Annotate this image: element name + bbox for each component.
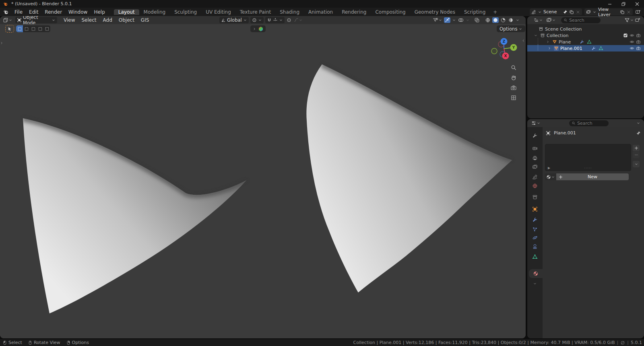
plane-001-label[interactable]: Plane.001 xyxy=(560,46,582,51)
gizmos-toggle[interactable] xyxy=(444,17,450,23)
shading-material-preview-button[interactable] xyxy=(500,17,506,23)
collection-collapse-icon[interactable] xyxy=(534,33,538,37)
restore-button[interactable] xyxy=(617,0,630,8)
plane-001-render-camera-icon[interactable] xyxy=(636,46,641,51)
collapsed-tool-panel[interactable] xyxy=(250,25,266,32)
plane-modifier-wrench-icon[interactable] xyxy=(580,39,584,44)
workspace-tab-scripting[interactable]: Scripting xyxy=(460,9,490,15)
active-tool-select-box-button[interactable] xyxy=(5,25,14,33)
properties-options-chevron-icon[interactable] xyxy=(636,121,641,125)
shading-chevron-icon[interactable] xyxy=(515,18,520,22)
editor-type-3d-viewport-icon[interactable] xyxy=(2,17,13,23)
view-layer-remove-icon[interactable] xyxy=(626,10,631,14)
scene-collection-label[interactable]: Scene Collection xyxy=(545,27,582,32)
shading-rendered-button[interactable] xyxy=(508,17,514,23)
plane-render-camera-icon[interactable] xyxy=(636,39,641,44)
toolbar-expand-arrow[interactable] xyxy=(0,41,4,45)
scene-new-icon[interactable] xyxy=(569,10,574,14)
tab-view-layer[interactable] xyxy=(527,163,543,171)
outliner-row-scene-collection[interactable]: Scene Collection xyxy=(527,26,644,32)
resize-grip[interactable]: ····· xyxy=(584,166,592,170)
viewport-menu-view[interactable]: View xyxy=(60,17,78,23)
shading-solid-button[interactable] xyxy=(492,17,499,23)
workspace-tab-shading[interactable]: Shading xyxy=(275,9,304,15)
outliner-row-collection[interactable]: Collection xyxy=(527,32,644,39)
add-material-slot-button[interactable] xyxy=(633,145,640,151)
pin-id-icon[interactable] xyxy=(636,131,641,136)
editor-type-outliner-icon[interactable] xyxy=(533,17,543,23)
material-slot-list[interactable]: ▶ ····· xyxy=(545,144,631,171)
select-mode-extend-button[interactable] xyxy=(23,25,30,32)
gizmo-negative-y-axis[interactable] xyxy=(491,48,497,54)
zoom-tool-icon[interactable] xyxy=(510,64,517,71)
new-material-button[interactable]: New xyxy=(556,173,629,180)
menu-render[interactable]: Render xyxy=(41,8,65,16)
transform-orientation-dropdown[interactable]: Global xyxy=(219,17,249,23)
camera-view-icon[interactable] xyxy=(510,84,517,91)
viewport-menu-add[interactable]: Add xyxy=(100,17,116,23)
menu-help[interactable]: Help xyxy=(91,8,108,16)
overlays-chevron-icon[interactable] xyxy=(465,18,470,22)
viewport-canvas[interactable]: Options Z Y X xyxy=(0,24,526,338)
properties-search-input[interactable] xyxy=(577,121,601,126)
select-mode-subtract-button[interactable] xyxy=(30,25,37,32)
tab-tool[interactable] xyxy=(527,131,543,140)
properties-tabs-overflow-chevron[interactable] xyxy=(527,279,543,288)
outliner-filter-icon[interactable] xyxy=(624,17,634,23)
viewport-menu-object[interactable]: Object xyxy=(116,17,138,23)
plane-001-expand-icon[interactable] xyxy=(547,46,551,50)
collection-render-camera-icon[interactable] xyxy=(636,33,641,38)
plane-001-mesh-data-icon[interactable] xyxy=(599,46,603,51)
new-view-layer-icon[interactable] xyxy=(635,9,641,15)
scene-browse-chevron-icon[interactable] xyxy=(538,10,542,14)
workspace-tab-layout[interactable]: Layout xyxy=(114,9,139,15)
mode-selector[interactable]: Object Mode xyxy=(15,17,57,23)
tab-scene[interactable] xyxy=(527,173,543,181)
pan-hand-icon[interactable] xyxy=(510,74,517,81)
tab-render[interactable] xyxy=(527,144,543,153)
tab-constraints[interactable] xyxy=(527,242,543,251)
workspace-tab-sculpting[interactable]: Sculpting xyxy=(170,9,201,15)
outliner-row-plane-001-selected[interactable]: Plane.001 xyxy=(527,45,644,51)
gizmos-chevron-icon[interactable] xyxy=(452,18,456,22)
collection-checkbox-icon[interactable] xyxy=(623,33,628,38)
tab-particles[interactable] xyxy=(527,225,543,234)
tab-physics[interactable] xyxy=(527,233,543,242)
outliner-search-input[interactable] xyxy=(569,18,598,23)
slot-list-expand-icon[interactable]: ▶ xyxy=(548,166,550,170)
snap-magnet-icon[interactable] xyxy=(267,18,272,23)
outliner-row-plane[interactable]: Plane xyxy=(527,39,644,45)
shading-wireframe-button[interactable] xyxy=(485,17,491,23)
editor-type-properties-icon[interactable] xyxy=(530,120,541,126)
menu-window[interactable]: Window xyxy=(65,8,91,16)
workspace-tab-rendering[interactable]: Rendering xyxy=(337,9,371,15)
select-mode-set-button[interactable] xyxy=(16,25,23,32)
blender-menu-icon[interactable] xyxy=(3,9,9,15)
navigation-gizmo[interactable]: Z Y X xyxy=(486,35,522,64)
tab-world[interactable] xyxy=(527,181,543,190)
object-visibility-dropdown[interactable] xyxy=(432,17,443,23)
tab-modifiers[interactable] xyxy=(527,215,543,224)
workspace-tab-modeling[interactable]: Modeling xyxy=(139,9,170,15)
options-button[interactable]: Options xyxy=(497,25,525,32)
xray-toggle[interactable] xyxy=(474,17,480,23)
workspace-tab-uv-editing[interactable]: UV Editing xyxy=(201,9,235,15)
material-specials-chevron[interactable] xyxy=(633,161,640,167)
view-layer-icon[interactable] xyxy=(586,10,591,14)
scene-icon[interactable] xyxy=(531,10,536,14)
scene-pin-icon[interactable] xyxy=(563,10,568,14)
snap-to-icon[interactable] xyxy=(273,18,278,23)
collection-label[interactable]: Collection xyxy=(547,33,568,38)
tab-output[interactable] xyxy=(527,154,543,163)
view-layer-browse-chevron-icon[interactable] xyxy=(592,10,597,14)
outliner-display-mode-icon[interactable] xyxy=(546,17,556,23)
select-mode-intersect-button[interactable] xyxy=(43,25,50,32)
workspace-tab-animation[interactable]: Animation xyxy=(304,9,337,15)
viewport-3d[interactable]: Object Mode View Select Add Object GIS G… xyxy=(0,16,526,338)
select-mode-invert-button[interactable] xyxy=(37,25,43,32)
plane-001-modifier-wrench-icon[interactable] xyxy=(591,46,596,51)
menu-edit[interactable]: Edit xyxy=(26,8,41,16)
overlays-toggle[interactable] xyxy=(458,17,464,23)
scene-unlink-icon[interactable] xyxy=(576,10,580,14)
tab-material-active[interactable] xyxy=(529,269,543,278)
